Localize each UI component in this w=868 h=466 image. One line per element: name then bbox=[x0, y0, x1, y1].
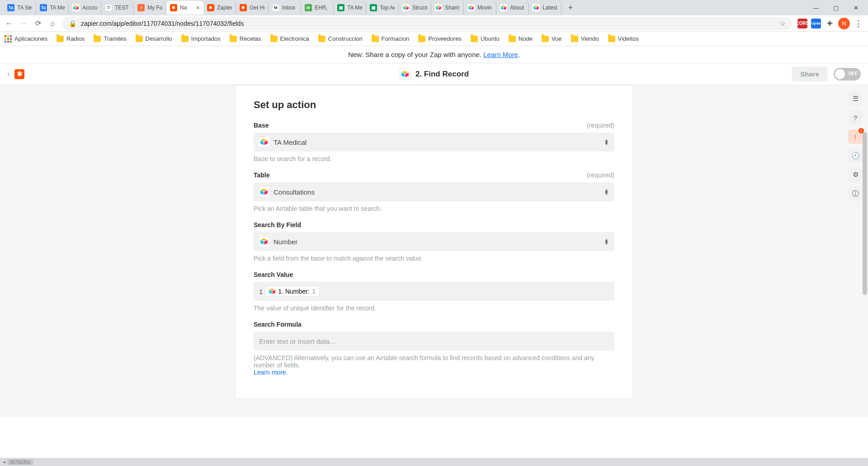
notice-learn-more-link[interactable]: Learn More bbox=[483, 51, 518, 58]
browser-tab[interactable]: ✱Get He bbox=[236, 1, 269, 14]
forward-button[interactable]: → bbox=[19, 19, 28, 28]
url-bar[interactable]: 🔒 zapier.com/app/editor/117074031/nodes/… bbox=[62, 17, 792, 30]
table-value: Consultations bbox=[274, 188, 315, 196]
bookmark-folder[interactable]: Ubuntu bbox=[471, 35, 500, 42]
new-tab-button[interactable]: + bbox=[564, 1, 577, 14]
pill-value: 1 bbox=[312, 288, 316, 295]
bookmark-folder[interactable]: Radios bbox=[57, 35, 85, 42]
home-button[interactable]: ⌂ bbox=[48, 19, 57, 28]
bookmark-label: Electronica bbox=[280, 35, 309, 42]
bookmarks-bar: Aplicaciones RadiosTramitesDesarrolloImp… bbox=[0, 32, 868, 46]
bookmark-folder[interactable]: Node bbox=[509, 35, 533, 42]
browser-tab[interactable]: ▦TA Me bbox=[334, 1, 366, 14]
bookmark-star-icon[interactable]: ☆ bbox=[780, 20, 786, 27]
toggle-off-label: OFF bbox=[849, 71, 858, 76]
folder-icon bbox=[608, 36, 615, 42]
apps-button[interactable]: Aplicaciones bbox=[5, 35, 47, 43]
rail-menu-icon[interactable]: ☰ bbox=[848, 91, 863, 106]
tab-title: TA Me bbox=[347, 5, 362, 11]
folder-icon bbox=[471, 36, 478, 42]
airtable-icon bbox=[259, 237, 269, 247]
base-help: Base to search for a record. bbox=[254, 155, 614, 162]
table-select[interactable]: Consultations ▲▼ bbox=[254, 182, 614, 201]
bookmark-folder[interactable]: Vue bbox=[542, 35, 562, 42]
bookmark-folder[interactable]: Formacion bbox=[372, 35, 409, 42]
tab-favicon bbox=[72, 4, 80, 11]
tab-title: Sharin bbox=[445, 5, 460, 11]
tab-favicon: 〃 bbox=[137, 4, 145, 11]
tab-title: TEST S bbox=[115, 5, 130, 11]
extension-cors-icon[interactable]: CORS bbox=[797, 19, 807, 29]
extension-update-icon[interactable]: Upda bbox=[811, 19, 821, 29]
back-button[interactable]: ← bbox=[5, 19, 14, 28]
bookmark-label: Videitos bbox=[618, 35, 639, 42]
browser-tab[interactable]: About bbox=[496, 1, 529, 14]
search-formula-input[interactable]: Enter text or insert data... bbox=[254, 332, 614, 351]
bookmark-label: Tramites bbox=[104, 35, 126, 42]
tab-close-icon[interactable]: × bbox=[196, 4, 200, 11]
airtable-icon bbox=[259, 137, 269, 147]
search-by-select[interactable]: Number ▲▼ bbox=[254, 232, 614, 251]
browser-tab[interactable]: Movin bbox=[464, 1, 496, 14]
bookmark-folder[interactable]: Desarrollo bbox=[136, 35, 172, 42]
browser-tab[interactable]: ✱Na× bbox=[166, 1, 203, 14]
browser-tab[interactable]: MInbox bbox=[269, 1, 301, 14]
search-value-pill[interactable]: 1. Number: 1 bbox=[265, 286, 319, 296]
browser-tab[interactable]: ✱Zapier bbox=[203, 1, 236, 14]
browser-chrome: TaTA SecTaTA MeAccou♡TEST S〃My Fo✱Na×✱Za… bbox=[0, 0, 868, 46]
maximize-button[interactable]: ▢ bbox=[830, 2, 842, 14]
airtable-icon bbox=[269, 289, 275, 294]
base-select[interactable]: TA Medical ▲▼ bbox=[254, 133, 614, 152]
back-chevron-icon[interactable]: ‹ bbox=[7, 69, 10, 79]
enable-zap-toggle[interactable]: OFF bbox=[834, 68, 861, 81]
rail-help-icon[interactable]: ? bbox=[848, 110, 863, 125]
bookmark-folder[interactable]: Videitos bbox=[608, 35, 639, 42]
zapier-logo-icon[interactable]: ✱ bbox=[14, 69, 24, 79]
folder-icon bbox=[270, 36, 278, 42]
browser-menu-icon[interactable]: ⋮ bbox=[854, 19, 863, 29]
rail-info-icon[interactable]: ⓘ bbox=[848, 186, 863, 201]
browser-tab[interactable]: Latest bbox=[529, 1, 561, 14]
airtable-icon bbox=[259, 187, 269, 197]
browser-tab[interactable]: Accou bbox=[69, 1, 101, 14]
base-value: TA Medical bbox=[274, 138, 307, 146]
browser-tab[interactable]: Structu bbox=[399, 1, 431, 14]
close-window-button[interactable]: ✕ bbox=[850, 2, 862, 14]
step-app-icon bbox=[399, 68, 411, 80]
field-search-formula: Search Formula Enter text or insert data… bbox=[254, 321, 614, 376]
browser-tab[interactable]: TaTA Sec bbox=[4, 1, 36, 14]
browser-toolbar: ← → ⟳ ⌂ 🔒 zapier.com/app/editor/11707403… bbox=[0, 15, 868, 32]
extensions-puzzle-icon[interactable]: ✦ bbox=[825, 19, 835, 29]
browser-tab[interactable]: Sharin bbox=[431, 1, 464, 14]
share-button[interactable]: Share bbox=[792, 67, 827, 81]
reload-button[interactable]: ⟳ bbox=[33, 19, 42, 28]
bookmark-folder[interactable]: Importados bbox=[181, 35, 221, 42]
tab-title: TA Sec bbox=[17, 5, 32, 11]
bookmark-folder[interactable]: Electronica bbox=[270, 35, 309, 42]
browser-tab[interactable]: ▦Top Ae bbox=[366, 1, 399, 14]
search-value-input[interactable]: 1 1. Number: 1 bbox=[254, 282, 614, 301]
folder-icon bbox=[418, 36, 425, 42]
browser-tab[interactable]: drEHR, P bbox=[301, 1, 334, 14]
minimize-button[interactable]: — bbox=[810, 2, 822, 14]
tab-favicon bbox=[533, 4, 540, 11]
bookmark-folder[interactable]: Recetas bbox=[230, 35, 261, 42]
rail-history-icon[interactable]: 🕘 bbox=[848, 148, 863, 163]
lock-icon: 🔒 bbox=[69, 20, 76, 27]
folder-icon bbox=[509, 36, 516, 42]
sort-arrows-icon: ▲▼ bbox=[604, 238, 609, 245]
bookmark-folder[interactable]: Tramites bbox=[94, 35, 126, 42]
browser-tab[interactable]: 〃My Fo bbox=[134, 1, 166, 14]
rail-alert-icon[interactable]: !1 bbox=[848, 129, 863, 144]
bookmark-folder[interactable]: Construccion bbox=[318, 35, 363, 42]
browser-tab[interactable]: ♡TEST S bbox=[101, 1, 134, 14]
bookmark-folder[interactable]: Viendo bbox=[571, 35, 599, 42]
search-formula-learn-more-link[interactable]: Learn more. bbox=[254, 369, 288, 376]
rail-settings-icon[interactable]: ⚙ bbox=[848, 167, 863, 182]
profile-avatar[interactable]: N bbox=[838, 18, 850, 29]
scrollbar-thumb[interactable] bbox=[863, 132, 867, 295]
tab-title: TA Me bbox=[50, 5, 65, 11]
folder-icon bbox=[57, 36, 64, 42]
browser-tab[interactable]: TaTA Me bbox=[36, 1, 69, 14]
bookmark-folder[interactable]: Proveedores bbox=[418, 35, 462, 42]
